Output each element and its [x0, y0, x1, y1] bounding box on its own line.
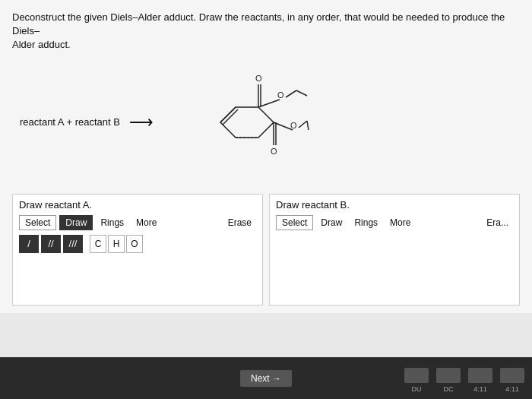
panel-b-more-btn[interactable]: More — [385, 216, 415, 230]
panel-a-more-btn[interactable]: More — [131, 216, 161, 230]
panel-a-carbon-btn[interactable]: C — [90, 235, 106, 253]
bottom-icon-2: DC — [436, 368, 461, 393]
panel-a-single-bond-btn[interactable]: / — [19, 235, 39, 253]
panel-a-hydrogen-btn[interactable]: H — [108, 235, 125, 253]
molecule-diagram: O O O O — [160, 62, 312, 183]
svg-text:O: O — [290, 121, 297, 130]
panel-b-erase-btn[interactable]: Era... — [482, 216, 513, 230]
panel-a-rings-btn[interactable]: Rings — [96, 216, 128, 230]
next-button[interactable]: Next → — [240, 370, 292, 387]
panel-a-toolbar: Select Draw Rings More Erase — [19, 215, 256, 230]
svg-marker-0 — [220, 107, 274, 138]
bottom-icon-4: 4:11 — [500, 368, 524, 393]
panel-a-double-bond-btn[interactable]: // — [41, 235, 61, 253]
svg-line-9 — [296, 90, 307, 96]
bottom-icon-group: DU DC 4:11 4:11 — [404, 368, 524, 393]
panel-a-atom-group: C H O — [90, 235, 143, 253]
panel-a-title: Draw reactant A. — [19, 199, 256, 211]
panel-a-draw-btn[interactable]: Draw — [59, 215, 93, 230]
svg-line-8 — [286, 90, 296, 97]
svg-text:O: O — [255, 74, 262, 83]
panel-b-toolbar: Select Draw Rings More Era... — [276, 215, 513, 230]
panel-b-draw-btn[interactable]: Draw — [316, 216, 347, 230]
panel-b-draw-area[interactable] — [276, 235, 513, 280]
panel-b-title: Draw reactant B. — [276, 199, 513, 211]
svg-line-15 — [299, 121, 307, 128]
panel-b: Draw reactant B. Select Draw Rings More … — [269, 194, 520, 306]
reaction-arrow: ⟶ — [129, 112, 154, 132]
bottom-icon-1: DU — [404, 368, 429, 393]
panel-a-oxygen-btn[interactable]: O — [126, 235, 143, 253]
panel-b-select-btn[interactable]: Select — [276, 215, 313, 230]
panel-b-rings-btn[interactable]: Rings — [350, 216, 382, 230]
panel-a: Draw reactant A. Select Draw Rings More … — [12, 194, 263, 306]
svg-text:O: O — [277, 90, 284, 100]
panel-a-erase-btn[interactable]: Erase — [223, 216, 256, 230]
panel-a-select-btn[interactable]: Select — [19, 215, 56, 230]
bottom-bar: Next → DU DC 4:11 4:11 — [0, 357, 532, 399]
instruction: Deconstruct the given Diels–Alder adduct… — [12, 11, 520, 52]
svg-line-6 — [258, 100, 280, 107]
bottom-icon-3: 4:11 — [468, 368, 492, 393]
svg-text:O: O — [271, 147, 277, 156]
svg-line-16 — [307, 121, 309, 130]
reactant-label: reactant A + reactant B — [20, 116, 120, 128]
reaction-area: reactant A + reactant B ⟶ O O — [12, 62, 520, 183]
panel-a-draw-area[interactable] — [19, 253, 256, 299]
panels-container: Draw reactant A. Select Draw Rings More … — [12, 194, 520, 306]
panel-a-triple-bond-btn[interactable]: /// — [63, 235, 83, 253]
panel-a-bond-row: / // /// C H O — [19, 235, 256, 253]
